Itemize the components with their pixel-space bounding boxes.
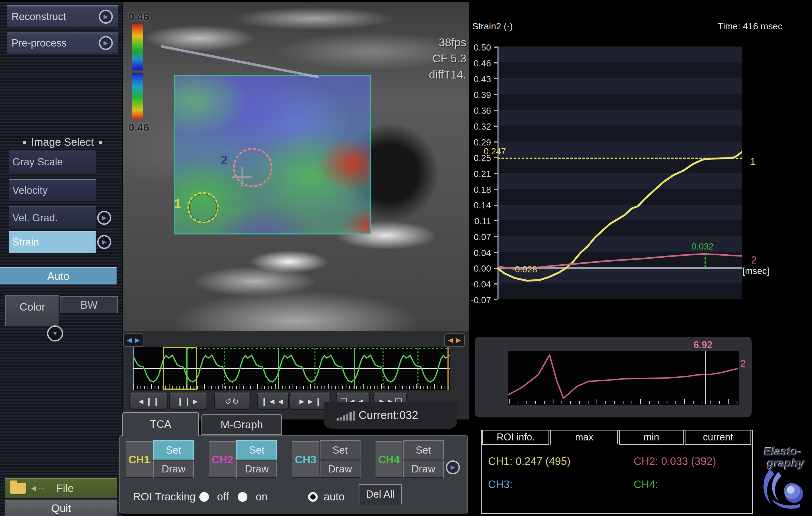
reconstruct-button[interactable]: Reconstruct ▶ xyxy=(7,5,118,28)
difft-label: diffT14. xyxy=(384,67,466,83)
ch1-max-value: CH1: 0.247 (495) xyxy=(488,455,571,467)
tab-roi-info[interactable]: ROI info. xyxy=(482,430,549,445)
ch1-label: CH1 xyxy=(126,441,152,478)
tab-current[interactable]: current xyxy=(685,430,751,445)
step-forward-button[interactable]: ❙❙► xyxy=(169,392,207,410)
trend-cursor-line[interactable] xyxy=(705,351,706,404)
roi-circle-2[interactable] xyxy=(233,148,272,187)
y-tick-label: 0.04 xyxy=(461,248,491,258)
roi-circle-1[interactable] xyxy=(187,192,219,223)
gray-scale-button[interactable]: Gray Scale xyxy=(9,151,96,173)
del-all-button[interactable]: Del All xyxy=(358,484,402,505)
file-arrow-icon: ◄-- xyxy=(30,484,45,493)
tab-bw[interactable]: BW xyxy=(60,296,118,314)
roi2-trend-panel: 6.92 2 xyxy=(475,337,752,417)
ch1-draw-button[interactable]: Draw xyxy=(153,461,194,478)
expand-arrow-icon[interactable]: ▶ xyxy=(99,36,113,50)
roi-tracking-off-radio[interactable] xyxy=(199,492,209,502)
del-all-label: Del All xyxy=(366,489,395,500)
x-unit-label: [msec] xyxy=(743,266,769,276)
expand-arrow-icon[interactable]: ▶ xyxy=(97,211,111,225)
frame-selection-box[interactable] xyxy=(163,347,197,390)
quit-button[interactable]: Quit xyxy=(5,499,117,516)
roi-tracking-auto-label: auto xyxy=(324,491,345,503)
y-tick-label: 0.00 xyxy=(461,264,491,274)
tab-min[interactable]: min xyxy=(619,430,684,445)
ch2-label: CH2 xyxy=(209,441,236,478)
series1-label: 1 xyxy=(750,156,756,167)
roi-tracking-on-radio[interactable] xyxy=(238,492,248,502)
vel-grad-button[interactable]: Vel. Grad. xyxy=(9,207,96,229)
ch3-set-button[interactable]: Set xyxy=(320,440,360,460)
quit-label: Quit xyxy=(51,502,71,514)
tab-max[interactable]: max xyxy=(550,430,618,445)
expand-arrow-icon[interactable]: ▶ xyxy=(99,10,113,24)
cine-timeline-panel: ◄► ◄► ◄❙❙ ❙❙► ↺↻ ❙◄◄ ►►❙ ❏◄◄ ►►❏ Current… xyxy=(123,331,469,419)
folder-icon xyxy=(10,483,26,494)
roi-tracking-auto-radio[interactable] xyxy=(308,492,318,502)
velocity-button[interactable]: Velocity xyxy=(9,179,96,202)
current-tab-label: current xyxy=(703,432,733,443)
ch3-draw-button[interactable]: Draw xyxy=(320,461,360,478)
file-label: File xyxy=(56,482,74,494)
ch4-draw-button[interactable]: Draw xyxy=(403,461,444,478)
ch1-set-button[interactable]: Set xyxy=(153,440,194,460)
frame-progress-icon xyxy=(337,411,355,420)
draw-label: Draw xyxy=(245,463,269,475)
ch2-max-value: CH2: 0.033 (392) xyxy=(634,455,716,467)
tab-color[interactable]: Color xyxy=(5,295,59,326)
strain-chart-panel: Strain2 (-) Time: 416 msec 0.50 0.46 0.4… xyxy=(469,2,812,331)
cf-label: CF 5.3 xyxy=(384,51,466,67)
range-end-button[interactable]: ◄► xyxy=(444,333,465,347)
expand-arrow-icon[interactable]: ▶ xyxy=(446,460,460,474)
chart-time-label: Time: 416 msec xyxy=(718,21,782,31)
ch4-max-value: CH4: xyxy=(634,478,658,490)
fps-label: 38fps xyxy=(384,34,466,51)
bullet-icon: ● xyxy=(98,137,103,146)
ch4-text: CH4 xyxy=(378,454,400,466)
roi2-trend-curve xyxy=(508,351,738,404)
vel-grad-label: Vel. Grad. xyxy=(12,212,58,224)
chevron-down-icon[interactable]: ▼ xyxy=(47,325,63,342)
tca-tab-label: TCA xyxy=(150,418,171,430)
ecg-waveform[interactable] xyxy=(133,347,450,390)
ch4-set-button[interactable]: Set xyxy=(403,440,444,460)
roi2-trend-plot[interactable]: 6.92 xyxy=(508,351,739,405)
series1-min-value: -0.028 xyxy=(512,264,537,275)
strain-label: Strain xyxy=(12,236,39,248)
current-frame-panel: Current:032 xyxy=(324,402,457,429)
draw-label: Draw xyxy=(162,463,185,475)
ch2-set-button[interactable]: Set xyxy=(236,440,277,460)
y-tick-label: 0.18 xyxy=(461,185,491,195)
file-button[interactable]: ◄-- File xyxy=(5,478,117,498)
y-tick-label: 0.21 xyxy=(461,169,491,179)
y-tick-label: 0.43 xyxy=(461,74,491,84)
rewind-button[interactable]: ❙◄◄ xyxy=(257,392,289,410)
logo-line1: Elasto- xyxy=(764,446,802,458)
max-tab-label: max xyxy=(575,432,593,443)
series2-marker-value: 0.032 xyxy=(691,241,714,252)
series2-label: 2 xyxy=(751,254,757,266)
tab-m-graph[interactable]: M-Graph xyxy=(201,414,282,435)
ch3-label: CH3 xyxy=(292,441,319,478)
tab-tca[interactable]: TCA xyxy=(122,412,199,436)
step-back-button[interactable]: ◄❙❙ xyxy=(129,392,168,410)
loop-button[interactable]: ↺↻ xyxy=(214,392,250,410)
auto-button[interactable]: Auto xyxy=(0,267,117,284)
roi-tracking-off-label: off xyxy=(217,491,229,503)
y-tick-label: 0.11 xyxy=(461,216,491,226)
range-start-button[interactable]: ◄► xyxy=(123,333,143,347)
step-back-icon: ◄❙❙ xyxy=(137,397,160,406)
roi-2-label: 2 xyxy=(221,153,228,167)
ch2-draw-button[interactable]: Draw xyxy=(236,461,277,478)
preprocess-button[interactable]: Pre-process ▶ xyxy=(7,32,118,54)
crosshair-icon xyxy=(241,167,243,187)
current-frame-label: Current:032 xyxy=(358,409,418,422)
fast-forward-icon: ►►❙ xyxy=(298,397,322,406)
strain-button[interactable]: Strain xyxy=(9,231,96,253)
chart-title: Strain2 (-) xyxy=(472,21,513,31)
draw-label: Draw xyxy=(411,463,435,475)
ch2-text: CH2 xyxy=(212,454,233,466)
auto-label: Auto xyxy=(47,270,69,282)
expand-arrow-icon[interactable]: ▶ xyxy=(97,235,111,249)
